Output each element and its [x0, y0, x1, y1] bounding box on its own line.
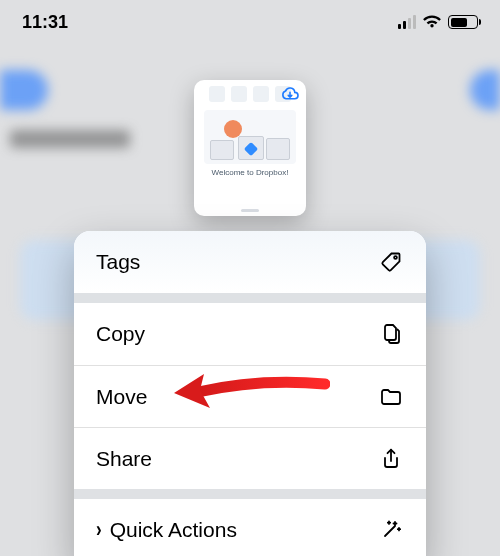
copy-icon	[378, 321, 404, 347]
status-bar: 11:31	[0, 0, 500, 44]
menu-label: Move	[96, 385, 147, 409]
menu-item-move[interactable]: Move	[74, 365, 426, 427]
chevron-right-icon: ›	[96, 517, 102, 543]
menu-item-tags[interactable]: Tags	[74, 231, 426, 293]
folder-icon	[378, 384, 404, 410]
menu-label: Share	[96, 447, 152, 471]
preview-title: Welcome to Dropbox!	[194, 168, 306, 177]
svg-point-0	[394, 256, 397, 259]
tag-icon	[378, 249, 404, 275]
menu-label: Copy	[96, 322, 145, 346]
menu-label: Tags	[96, 250, 140, 274]
battery-icon	[448, 15, 478, 29]
status-time: 11:31	[22, 12, 68, 33]
menu-item-quick-actions[interactable]: › Quick Actions	[74, 499, 426, 556]
preview-illustration	[204, 110, 296, 164]
menu-item-copy[interactable]: Copy	[74, 303, 426, 365]
menu-label: Quick Actions	[110, 518, 237, 542]
status-indicators	[398, 15, 478, 29]
menu-item-share[interactable]: Share	[74, 427, 426, 489]
cloud-download-icon	[280, 86, 300, 106]
file-preview-card[interactable]: Welcome to Dropbox!	[194, 80, 306, 216]
context-menu: Tags Copy Move Share › Quick Actions	[74, 231, 426, 556]
magic-wand-icon	[378, 517, 404, 543]
share-icon	[378, 446, 404, 472]
cellular-signal-icon	[398, 15, 416, 29]
wifi-icon	[422, 15, 442, 29]
